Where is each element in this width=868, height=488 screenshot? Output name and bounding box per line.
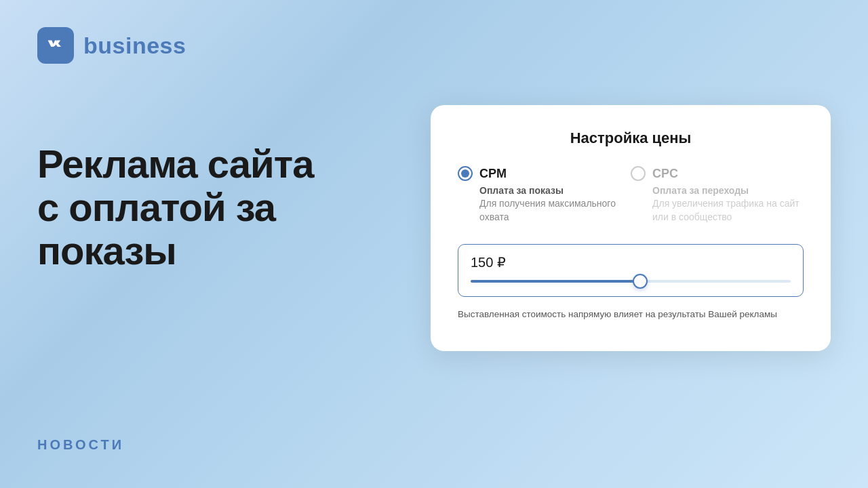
card-title: Настройка цены [458,129,804,147]
cpm-desc-title: Оплата за показы [479,185,631,196]
cpm-label: CPM [479,167,507,181]
cpc-desc-title: Оплата за переходы [652,185,804,196]
slider-track[interactable] [471,280,791,283]
slider-thumb[interactable] [633,274,648,289]
slider-fill [471,280,640,283]
option-cpm-header: CPM [458,166,631,181]
main-headline: Реклама сайта с оплатой за показы [37,142,390,272]
radio-cpm-inner [461,169,469,178]
price-settings-card: Настройка цены CPM Оплата за показы Для … [431,105,831,351]
cpc-label: CPC [652,167,678,181]
cpm-desc: Оплата за показы Для получения максималь… [458,185,631,224]
news-label: НОВОСТИ [37,437,124,453]
headline-text: Реклама сайта с оплатой за показы [37,142,390,272]
price-input-wrapper[interactable]: 150 ₽ [458,244,804,297]
cpc-desc: Оплата за переходы Для увеличения трафик… [631,185,804,224]
price-value: 150 ₽ [471,254,791,270]
vk-logo [37,27,74,64]
cpm-desc-text: Для получения максимального охвата [479,197,631,224]
options-row: CPM Оплата за показы Для получения макси… [458,166,804,224]
option-cpc-header: CPC [631,166,804,181]
price-hint: Выставленная стоимость напрямую влияет н… [458,308,804,321]
option-cpm[interactable]: CPM Оплата за показы Для получения макси… [458,166,631,224]
header: business [37,27,186,64]
option-cpc[interactable]: CPC Оплата за переходы Для увеличения тр… [631,166,804,224]
radio-cpm[interactable] [458,166,473,181]
brand-name: business [83,33,186,59]
cpc-desc-text: Для увеличения трафика на сайт или в соо… [652,197,804,224]
radio-cpc[interactable] [631,166,646,181]
